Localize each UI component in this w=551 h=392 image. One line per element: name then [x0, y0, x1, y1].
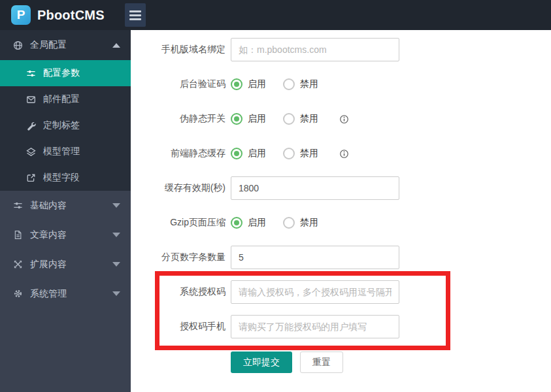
model-icon: [26, 147, 36, 157]
sidebar-item-label: 定制标签: [43, 120, 80, 131]
form-row-mobile-domain: 手机版域名绑定: [131, 38, 551, 61]
field-label: 伪静态开关: [131, 113, 225, 125]
caret-down-icon: [112, 262, 120, 267]
brand: P PbootCMS: [0, 5, 125, 25]
sidebar-item-model-manage[interactable]: 模型管理: [0, 139, 131, 165]
radio-disable[interactable]: 禁用: [283, 148, 318, 159]
info-icon[interactable]: [339, 149, 349, 159]
sidebar-item-label: 邮件配置: [43, 93, 80, 105]
menu-toggle-button[interactable]: [125, 3, 146, 27]
sidebar-item-basic-content[interactable]: 基础内容: [0, 191, 131, 220]
sidebar-item-custom-tags[interactable]: 定制标签: [0, 112, 131, 139]
sidebar-item-global-config[interactable]: 全局配置: [0, 30, 131, 60]
radio-label: 启用: [248, 148, 266, 159]
radio-enable[interactable]: 启用: [231, 148, 266, 159]
sidebar-item-label: 文章内容: [30, 229, 67, 241]
mail-icon: [26, 95, 36, 105]
form-actions: 立即提交 重置: [231, 351, 551, 373]
field-label: 授权码手机: [131, 321, 225, 333]
caret-down-icon: [112, 233, 120, 237]
page-count-input[interactable]: [231, 246, 399, 269]
radio-circle-icon: [231, 113, 242, 125]
field-label: 分页数字条数量: [131, 252, 225, 263]
radio-circle-icon: [283, 78, 295, 90]
form-row-cache-expire: 缓存有效期(秒): [131, 176, 551, 200]
form-row-page-count: 分页数字条数量: [131, 246, 551, 269]
mobile-domain-input[interactable]: [231, 38, 399, 61]
radio-label: 启用: [248, 78, 266, 90]
gear-icon: [13, 289, 23, 299]
field-label: Gzip页面压缩: [131, 217, 225, 229]
sidebar-item-label: 系统管理: [30, 288, 67, 300]
radio-label: 启用: [248, 113, 266, 125]
field-label: 前端静态缓存: [131, 148, 225, 159]
field-label: 后台验证码: [131, 78, 225, 90]
form-row-admin-captcha: 后台验证码 启用 禁用: [131, 73, 551, 96]
sidebar-item-label: 配置参数: [43, 67, 80, 79]
sidebar-item-label: 模型管理: [43, 146, 80, 157]
radio-group: 启用 禁用: [231, 148, 349, 159]
radio-enable[interactable]: 启用: [231, 113, 266, 125]
sidebar-item-label: 扩展内容: [30, 259, 67, 270]
sidebar: 全局配置 配置参数 邮件配置: [0, 30, 131, 392]
radio-circle-icon: [231, 148, 242, 159]
radio-enable[interactable]: 启用: [231, 217, 266, 229]
config-form: 手机版域名绑定 后台验证码 启用 禁用 伪静态开关 启用 禁用: [131, 30, 551, 392]
arrows-icon: [13, 259, 23, 269]
form-row-pseudo-static: 伪静态开关 启用 禁用: [131, 107, 551, 131]
info-icon[interactable]: [339, 114, 349, 124]
top-bar: P PbootCMS: [0, 0, 551, 30]
sidebar-item-label: 模型字段: [43, 172, 80, 184]
sidebar-item-config-params[interactable]: 配置参数: [0, 60, 131, 86]
caret-up-icon: [112, 43, 120, 48]
field-label: 手机版域名绑定: [131, 44, 225, 56]
sidebar-item-system-manage[interactable]: 系统管理: [0, 279, 131, 308]
globe-icon: [13, 41, 23, 50]
external-link-icon: [26, 173, 36, 183]
sidebar-item-extend-content[interactable]: 扩展内容: [0, 250, 131, 279]
radio-disable[interactable]: 禁用: [283, 113, 318, 125]
radio-label: 启用: [248, 217, 266, 229]
sidebar-item-article-content[interactable]: 文章内容: [0, 220, 131, 250]
form-row-gzip: Gzip页面压缩 启用 禁用: [131, 211, 551, 235]
radio-circle-icon: [283, 113, 295, 125]
caret-down-icon: [112, 291, 120, 296]
sidebar-item-label: 基础内容: [30, 200, 67, 212]
hamburger-icon: [129, 10, 141, 12]
cache-expire-input[interactable]: [231, 176, 399, 200]
form-row-license-code: 系统授权码: [131, 280, 551, 304]
field-label: 缓存有效期(秒): [131, 182, 225, 194]
radio-circle-icon: [231, 78, 242, 90]
sidebar-item-label: 全局配置: [30, 39, 67, 51]
radio-disable[interactable]: 禁用: [283, 217, 318, 229]
sliders-icon: [13, 201, 23, 210]
radio-label: 禁用: [300, 148, 318, 159]
reset-button[interactable]: 重置: [300, 351, 343, 373]
field-label: 系统授权码: [131, 286, 225, 298]
form-row-license-phone: 授权码手机: [131, 315, 551, 338]
sidebar-item-mail-config[interactable]: 邮件配置: [0, 86, 131, 112]
wrench-icon: [26, 121, 36, 131]
radio-circle-icon: [283, 148, 295, 159]
radio-label: 禁用: [300, 113, 318, 125]
radio-enable[interactable]: 启用: [231, 78, 266, 90]
pbootcms-logo-icon: P: [11, 5, 31, 25]
radio-disable[interactable]: 禁用: [283, 78, 318, 90]
radio-group: 启用 禁用: [231, 78, 335, 90]
form-row-static-cache: 前端静态缓存 启用 禁用: [131, 142, 551, 165]
sidebar-item-model-fields[interactable]: 模型字段: [0, 165, 131, 191]
radio-label: 禁用: [300, 78, 318, 90]
sidebar-group-global-config: 全局配置 配置参数 邮件配置: [0, 30, 131, 191]
radio-circle-icon: [283, 217, 295, 229]
radio-label: 禁用: [300, 217, 318, 229]
radio-group: 启用 禁用: [231, 217, 335, 229]
document-icon: [13, 230, 23, 240]
radio-group: 启用 禁用: [231, 113, 349, 125]
sliders-icon: [26, 69, 36, 78]
brand-title: PbootCMS: [37, 8, 105, 23]
caret-down-icon: [112, 203, 120, 208]
license-code-input[interactable]: [231, 280, 399, 304]
radio-circle-icon: [231, 217, 242, 229]
submit-button[interactable]: 立即提交: [231, 351, 292, 373]
license-phone-input[interactable]: [231, 315, 399, 338]
